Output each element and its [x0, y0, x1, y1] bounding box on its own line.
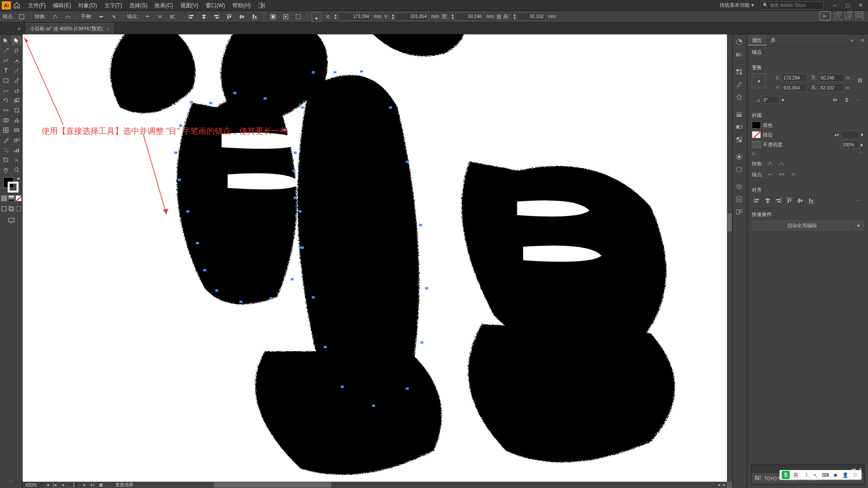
scale-tool[interactable] [12, 96, 22, 105]
artboard-nav-icon[interactable]: ▦ [98, 482, 104, 488]
asset-export-icon[interactable] [733, 193, 745, 205]
isolate-icon[interactable] [268, 12, 278, 21]
more-transform-icon[interactable]: ⋯ [854, 95, 863, 104]
cut-anchor-btn[interactable] [788, 170, 798, 179]
swap-fill-stroke-icon[interactable]: ⇄ [17, 176, 20, 181]
artboard-canvas[interactable]: 使用【直接选择工具】选中并调整 "目" 字笔画的锚点，使其更长一些 ▷ [23, 34, 727, 482]
panel-menu-icon[interactable]: ≡ [857, 34, 868, 46]
artboards-panel-icon[interactable] [733, 206, 745, 218]
graph-tool[interactable] [12, 145, 22, 155]
align-right-icon[interactable] [211, 12, 222, 21]
link-dimensions-icon[interactable]: ⛓ [856, 74, 863, 87]
selection-tool[interactable] [1, 36, 11, 45]
connect-anchor-btn[interactable] [777, 170, 787, 179]
align-top-btn[interactable] [784, 196, 794, 205]
w-input[interactable] [456, 13, 484, 21]
paintbrush-tool[interactable] [12, 76, 22, 85]
reference-point-selector[interactable]: ··· ·■· ··· [752, 74, 766, 88]
link-wh-icon[interactable]: ⛓ [496, 14, 501, 19]
h-input[interactable] [518, 13, 546, 21]
align-vcenter-btn[interactable] [795, 196, 805, 205]
pen-tool[interactable] [1, 56, 11, 65]
color-panel-icon[interactable] [733, 36, 745, 48]
y-input[interactable] [396, 13, 429, 21]
stroke-panel-icon[interactable] [733, 108, 745, 120]
remove-anchor-btn[interactable] [765, 170, 775, 179]
library-tab[interactable]: 库 [766, 34, 780, 46]
last-artboard-icon[interactable]: ▸| [90, 482, 95, 488]
mesh-tool[interactable] [1, 126, 11, 135]
prop-w-input[interactable] [819, 74, 844, 82]
draw-normal-icon[interactable] [1, 204, 7, 213]
rotate-tool[interactable] [1, 96, 11, 105]
ime-user-icon[interactable]: 👤 [841, 471, 849, 479]
direct-selection-tool[interactable] [12, 36, 22, 45]
maximize-button[interactable]: ▢ [842, 1, 854, 9]
align-top-icon[interactable] [224, 12, 235, 21]
flip-v-icon[interactable] [842, 95, 852, 104]
home-icon[interactable] [13, 1, 21, 9]
symbols-panel-icon[interactable] [733, 91, 745, 103]
prop-x-input[interactable] [782, 74, 807, 82]
align-hcenter-btn[interactable] [763, 196, 773, 205]
menu-type[interactable]: 文字(T) [101, 0, 126, 11]
align-vcenter-icon[interactable] [236, 12, 247, 21]
swatches-panel-icon[interactable] [733, 66, 745, 78]
gradient-panel-icon[interactable] [733, 121, 745, 133]
magic-wand-tool[interactable] [1, 46, 11, 55]
transparency-panel-icon[interactable] [733, 134, 745, 145]
menu-select[interactable]: 选择(S) [126, 0, 151, 11]
prev-artboard-icon[interactable]: ◂ [60, 482, 66, 488]
document-tab[interactable]: 小目标.ai* @ 400% (CMYK/预览) × [25, 23, 114, 34]
connect-anchor-icon[interactable] [155, 12, 165, 21]
convert-corner-btn[interactable] [765, 159, 775, 168]
next-artboard-icon[interactable]: ▸ [82, 482, 87, 488]
align-left-btn[interactable] [752, 196, 762, 205]
quick-dropdown-icon[interactable]: ▾ [854, 221, 863, 230]
panel-collapse-icon[interactable]: » [846, 34, 857, 46]
stroke-swatch[interactable] [8, 182, 19, 192]
show-handles-icon[interactable] [96, 12, 107, 21]
x-input[interactable] [339, 13, 371, 21]
workspace-switcher[interactable]: 传统基本功能 ▾ [716, 2, 758, 9]
scroll-left-icon[interactable]: ◂ [716, 482, 722, 488]
stroke-weight-input[interactable] [841, 131, 859, 139]
shaper-tool[interactable] [1, 86, 11, 95]
menu-effect[interactable]: 效果(C) [151, 0, 177, 11]
anchor-panel-icon[interactable] [16, 12, 27, 21]
menu-object[interactable]: 对象(O) [75, 0, 100, 11]
scroll-right-icon[interactable]: ▸ [722, 482, 727, 488]
ime-moon-icon[interactable]: ☽ [802, 471, 810, 479]
color-mode-icon[interactable] [1, 195, 7, 202]
eraser-tool[interactable] [12, 86, 22, 95]
opacity-dropdown-icon[interactable]: ▸ [861, 142, 863, 148]
x-stepper-icon[interactable]: ▴▾ [335, 14, 337, 20]
isolate3-icon[interactable] [293, 12, 304, 21]
remove-anchor-icon[interactable] [142, 12, 153, 21]
ime-toolbar[interactable]: S 英 ☽ •, ⌨ ☻ 👤 ⁝⁝ [779, 470, 862, 480]
prop-h-input[interactable] [819, 84, 844, 92]
minimize-button[interactable]: ─ [829, 1, 841, 9]
rectangle-tool[interactable] [1, 76, 11, 85]
width-tool[interactable] [1, 106, 11, 115]
curvature-tool[interactable] [12, 56, 22, 65]
zoom-input[interactable] [24, 482, 44, 488]
brushes-panel-icon[interactable] [733, 79, 745, 90]
ime-keyboard-icon[interactable]: ⌨ [821, 471, 830, 479]
prop-y-input[interactable] [782, 84, 807, 92]
fx-button[interactable]: fx. [752, 151, 757, 156]
shape-builder-tool[interactable] [1, 116, 11, 125]
free-transform-tool[interactable] [12, 106, 22, 115]
tab-close-icon[interactable]: × [107, 26, 109, 32]
artboard-tool[interactable] [1, 155, 11, 164]
angle-input[interactable] [762, 96, 780, 104]
perspective-tool[interactable] [12, 116, 22, 125]
ime-comma-icon[interactable]: •, [811, 471, 820, 479]
fill-stroke-swatches[interactable]: ⇄ [3, 177, 19, 193]
y-stepper-icon[interactable]: ▴▾ [392, 14, 394, 20]
ime-menu-icon[interactable]: ⁝⁝ [851, 471, 859, 479]
edit-toolbar-icon[interactable]: ⋯ [6, 476, 16, 486]
align-left-icon[interactable] [186, 12, 197, 21]
slice-tool[interactable] [12, 155, 22, 164]
layers-panel-icon[interactable] [733, 181, 745, 192]
